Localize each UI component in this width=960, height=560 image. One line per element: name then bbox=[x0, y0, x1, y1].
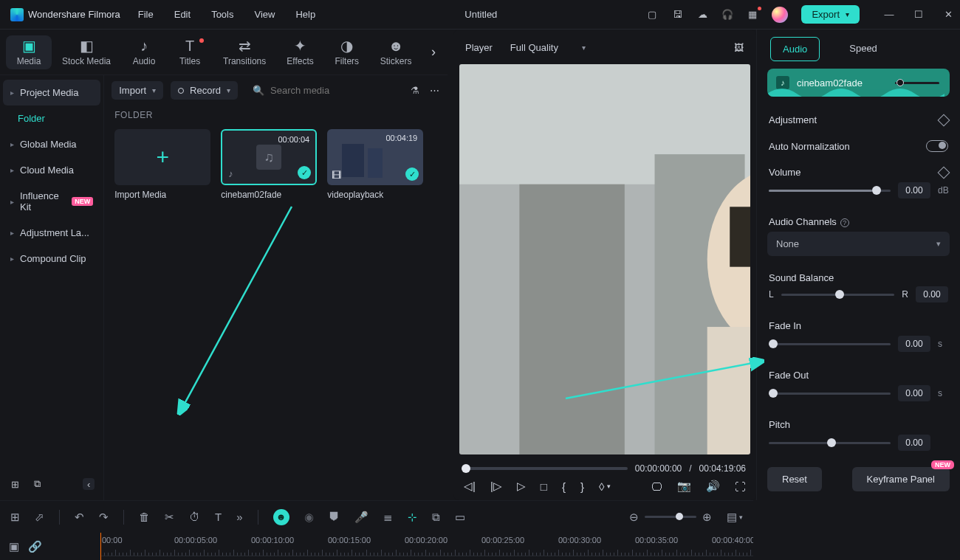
thumb-import[interactable]: + Import Media bbox=[114, 129, 210, 200]
tabs-scroll-right[interactable]: › bbox=[425, 44, 442, 60]
shield-icon[interactable]: ⛊ bbox=[329, 511, 340, 523]
tab-audio[interactable]: ♪Audio bbox=[121, 35, 167, 69]
player-viewport[interactable] bbox=[459, 64, 750, 454]
keyframe-diamond-icon[interactable] bbox=[938, 166, 950, 179]
auto-norm-toggle[interactable] bbox=[926, 140, 948, 152]
collapse-sidebar[interactable]: ‹ bbox=[83, 478, 95, 490]
window-close[interactable]: ✕ bbox=[942, 9, 954, 21]
tab-effects[interactable]: ✦Effects bbox=[276, 35, 323, 69]
search-input[interactable] bbox=[270, 85, 394, 96]
snapshot-icon[interactable]: 🖼 bbox=[733, 42, 744, 54]
import-dropdown[interactable]: Import▾ bbox=[112, 81, 163, 100]
bracket-open-icon[interactable]: { bbox=[562, 480, 566, 493]
sidebar-item-cloud-media[interactable]: ▸Cloud Media bbox=[3, 157, 100, 183]
redo-icon[interactable]: ↷ bbox=[99, 511, 109, 524]
pitch-value[interactable]: 0.00 bbox=[898, 435, 930, 451]
zoom-out-icon[interactable]: ⊖ bbox=[629, 511, 639, 524]
play-backward-icon[interactable]: |▷ bbox=[490, 480, 502, 493]
fadeout-slider[interactable] bbox=[769, 393, 891, 395]
reset-button[interactable]: Reset bbox=[767, 467, 822, 491]
rtab-speed[interactable]: Speed bbox=[837, 37, 889, 61]
volume-value[interactable]: 0.00 bbox=[898, 182, 930, 198]
fadeout-value[interactable]: 0.00 bbox=[898, 385, 930, 401]
tab-titles[interactable]: TTitles bbox=[167, 35, 213, 69]
tab-media[interactable]: ▣Media bbox=[6, 35, 52, 69]
menu-file[interactable]: File bbox=[138, 9, 154, 20]
marker-icon[interactable]: ◊▾ bbox=[599, 480, 611, 493]
marker-tool-icon[interactable]: ▭ bbox=[455, 511, 465, 524]
subtitle-icon[interactable]: ≣ bbox=[383, 511, 393, 524]
window-minimize[interactable]: — bbox=[883, 9, 895, 21]
sidebar-item-adjustment-layer[interactable]: ▸Adjustment La... bbox=[3, 220, 100, 246]
new-folder-icon[interactable]: ⊞ bbox=[9, 478, 21, 490]
magnet-icon[interactable]: ⊹ bbox=[408, 511, 417, 524]
fullscreen-icon[interactable]: ⛶ bbox=[735, 480, 746, 493]
track-stack-icon[interactable]: ▣ bbox=[9, 540, 19, 553]
player-scrubber[interactable] bbox=[464, 467, 628, 470]
text-icon[interactable]: T bbox=[215, 511, 222, 523]
record-dropdown[interactable]: Record▾ bbox=[171, 81, 238, 100]
quality-dropdown[interactable]: Full Quality▾ bbox=[503, 38, 593, 57]
bracket-close-icon[interactable]: } bbox=[580, 480, 584, 493]
clip-knob[interactable] bbox=[896, 79, 904, 86]
color-wheel-icon[interactable]: ◉ bbox=[304, 511, 314, 524]
export-button[interactable]: Export▾ bbox=[801, 5, 860, 24]
fadein-slider[interactable] bbox=[769, 343, 891, 345]
window-maximize[interactable]: ☐ bbox=[913, 9, 925, 21]
fadein-value[interactable]: 0.00 bbox=[898, 336, 930, 352]
playhead[interactable] bbox=[100, 533, 101, 560]
sidebar-item-compound-clip[interactable]: ▸Compound Clip bbox=[3, 246, 100, 272]
new-bin-icon[interactable]: ⧉ bbox=[31, 478, 43, 490]
delete-icon[interactable]: 🗑 bbox=[139, 511, 150, 523]
menu-view[interactable]: View bbox=[254, 9, 275, 20]
rtab-audio[interactable]: Audio bbox=[770, 37, 820, 61]
sidebar-item-global-media[interactable]: ▸Global Media bbox=[3, 131, 100, 157]
more-icon[interactable]: ⋯ bbox=[428, 85, 440, 97]
scissors-icon[interactable]: ✂ bbox=[165, 511, 174, 524]
channels-select[interactable]: None▾ bbox=[767, 232, 950, 256]
mic-icon[interactable]: 🎤 bbox=[354, 511, 368, 524]
tab-transitions[interactable]: ⇄Transitions bbox=[213, 35, 276, 69]
zoom-slider[interactable] bbox=[645, 516, 696, 518]
sidebar-item-project-media[interactable]: ▸Project Media bbox=[3, 80, 100, 106]
timeline-ruler[interactable]: 00:00 00:00:05:00 00:00:10:00 00:00:15:0… bbox=[100, 533, 753, 556]
ai-face-icon[interactable]: ☻ bbox=[273, 509, 289, 525]
tab-stock-media[interactable]: ◧Stock Media bbox=[52, 35, 121, 69]
prev-frame-icon[interactable]: ◁| bbox=[464, 480, 476, 493]
keyframe-panel-button[interactable]: Keyframe PanelNEW bbox=[852, 467, 950, 491]
cursor-icon[interactable]: ⬀ bbox=[35, 511, 44, 524]
headset-icon[interactable]: 🎧 bbox=[721, 9, 733, 21]
volume-icon[interactable]: 🔊 bbox=[706, 480, 720, 493]
pitch-slider[interactable] bbox=[769, 442, 891, 444]
thumb-video-playback[interactable]: 00:04:19🎞✓ videoplayback bbox=[327, 129, 423, 200]
camera-icon[interactable]: 📷 bbox=[677, 480, 691, 493]
speed-icon[interactable]: ⏱ bbox=[189, 511, 200, 523]
zoom-in-icon[interactable]: ⊕ bbox=[702, 511, 712, 524]
more-tools-icon[interactable]: » bbox=[236, 511, 242, 523]
stop-icon[interactable]: □ bbox=[541, 480, 547, 493]
crop-icon[interactable]: ⧉ bbox=[432, 511, 440, 524]
play-icon[interactable]: ▷ bbox=[517, 480, 526, 493]
menu-tools[interactable]: Tools bbox=[211, 9, 233, 20]
balance-slider[interactable] bbox=[781, 294, 895, 296]
screen-icon[interactable]: ▢ bbox=[646, 9, 658, 21]
keyframe-diamond-icon[interactable] bbox=[938, 114, 950, 126]
balance-value[interactable]: 0.00 bbox=[916, 286, 948, 303]
undo-icon[interactable]: ↶ bbox=[75, 511, 84, 524]
thumb-audio-cinebam[interactable]: 00:00:04♫♪✓ cinebam02fade bbox=[221, 129, 317, 200]
view-mode-icon[interactable]: ▤▾ bbox=[727, 511, 743, 524]
apps-icon[interactable]: ▦ bbox=[747, 9, 758, 21]
avatar[interactable] bbox=[772, 7, 788, 23]
cloud-icon[interactable]: ☁ bbox=[696, 9, 708, 21]
volume-slider[interactable] bbox=[769, 190, 891, 192]
filter-icon[interactable]: ⚗ bbox=[409, 85, 421, 97]
menu-edit[interactable]: Edit bbox=[174, 9, 191, 20]
grid-icon[interactable]: ⊞ bbox=[10, 511, 20, 524]
save-icon[interactable]: 🖫 bbox=[671, 9, 683, 21]
help-icon[interactable]: ? bbox=[840, 218, 849, 227]
menu-help[interactable]: Help bbox=[295, 9, 315, 20]
tab-filters[interactable]: ◑Filters bbox=[324, 35, 370, 69]
tab-stickers[interactable]: ☻Stickers bbox=[370, 35, 422, 69]
display-icon[interactable]: 🖵 bbox=[651, 480, 662, 493]
link-icon[interactable]: 🔗 bbox=[28, 540, 42, 553]
